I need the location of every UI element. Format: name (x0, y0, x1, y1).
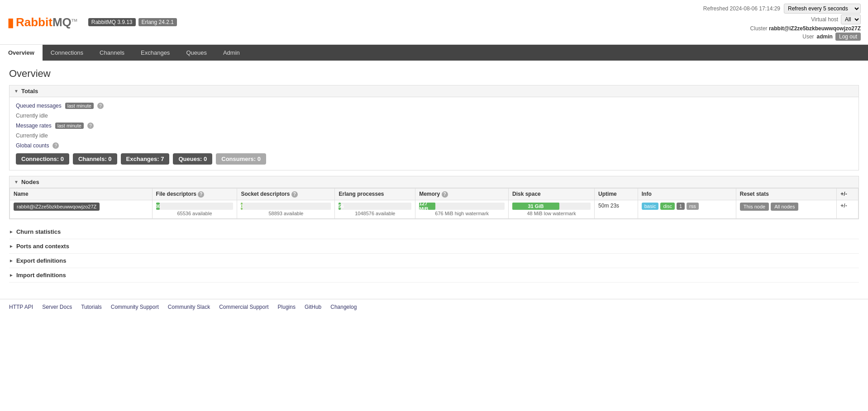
user-name: admin (817, 33, 833, 40)
ports-contexts-header[interactable]: ► Ports and contexts (9, 239, 859, 254)
channels-badge[interactable]: Channels: 0 (73, 153, 117, 165)
global-counts-row: Global counts ? (16, 142, 852, 149)
disk-bar-wrap: 31 GiB (512, 203, 591, 210)
logo-rabbit: Rabbit (16, 15, 52, 29)
uptime-value: 50m 23s (598, 203, 619, 209)
socket-descriptors-cell: 0 58893 available (237, 200, 335, 218)
th-memory: Memory ? (415, 189, 509, 200)
nodes-table-header-row: Name File descriptors ? Socket descripto… (10, 189, 858, 200)
node-name-cell: rabbit@iZ2ze5bzkbeuwwqowjzo27Z (10, 200, 153, 218)
nodes-section-header[interactable]: ▼ Nodes (9, 176, 859, 188)
nav-item-admin[interactable]: Admin (215, 45, 248, 61)
tag-rss[interactable]: rss (687, 203, 699, 210)
info-tags: basic disc 1 rss (642, 203, 732, 210)
exchanges-badge[interactable]: Exchanges: 7 (121, 153, 170, 165)
plus-minus-cell: +/- (837, 200, 858, 218)
logout-button[interactable]: Log out (835, 33, 861, 41)
user-label: User (802, 33, 814, 40)
th-name: Name (10, 189, 153, 200)
logo-mq: MQ (52, 15, 72, 29)
churn-arrow: ► (9, 229, 14, 234)
nodes-title: Nodes (21, 179, 39, 185)
consumers-badge[interactable]: Consumers: 0 (216, 153, 266, 165)
th-plus-minus: +/- (837, 189, 858, 200)
uptime-cell: 50m 23s (595, 200, 638, 218)
memory-bar: 127 MiB (419, 203, 435, 210)
totals-section-header[interactable]: ▼ Totals (9, 85, 859, 97)
footer-link-changelog[interactable]: Changelog (330, 304, 357, 310)
global-counts-help[interactable]: ? (52, 142, 59, 149)
refreshed-label: Refreshed 2024-08-06 17:14:29 (703, 5, 780, 12)
message-rates-row: Message rates last minute ? (16, 123, 852, 129)
message-rates-help[interactable]: ? (87, 123, 94, 129)
main-nav: Overview Connections Channels Exchanges … (0, 45, 868, 61)
tag-basic[interactable]: basic (642, 203, 659, 210)
erlang-proc-avail: 1048576 available (339, 211, 411, 216)
vhost-label: Virtual host (811, 16, 838, 23)
file-desc-avail: 65536 available (156, 211, 234, 216)
th-uptime: Uptime (595, 189, 638, 200)
footer-link-community-slack[interactable]: Community Slack (168, 304, 210, 310)
info-cell: basic disc 1 rss (638, 200, 736, 218)
import-title: Import definitions (16, 272, 66, 279)
footer-link-plugins[interactable]: Plugins (278, 304, 296, 310)
churn-statistics-header[interactable]: ► Churn statistics (9, 225, 859, 239)
main-content: Overview ▼ Totals Queued messages last m… (0, 61, 868, 290)
queued-messages-help[interactable]: ? (97, 103, 104, 109)
socket-desc-help[interactable]: ? (291, 191, 298, 198)
ports-arrow: ► (9, 244, 14, 249)
memory-cell: 127 MiB 676 MiB high watermark (415, 200, 509, 218)
header-right: Refreshed 2024-08-06 17:14:29 Refresh ev… (703, 4, 861, 41)
memory-bar-wrap: 127 MiB (419, 203, 505, 210)
nav-item-overview[interactable]: Overview (0, 45, 43, 61)
footer-link-community-support[interactable]: Community Support (111, 304, 159, 310)
footer-link-tutorials[interactable]: Tutorials (81, 304, 102, 310)
plus-minus-toggle[interactable]: +/- (840, 203, 847, 209)
socket-desc-bar-wrap: 0 (241, 203, 331, 210)
connections-badge[interactable]: Connections: 0 (16, 153, 69, 165)
footer-link-server-docs[interactable]: Server Docs (42, 304, 72, 310)
all-nodes-button[interactable]: All nodes (771, 203, 798, 211)
disk-watermark: 48 MiB low watermark (512, 211, 591, 216)
nav-item-exchanges[interactable]: Exchanges (133, 45, 178, 61)
totals-section: ▼ Totals Queued messages last minute ? C… (9, 85, 859, 170)
tag-1[interactable]: 1 (677, 203, 685, 210)
refresh-select[interactable]: Refresh every 5 seconds Refresh every 10… (784, 4, 861, 14)
churn-title: Churn statistics (16, 228, 61, 235)
this-node-button[interactable]: This node (740, 203, 769, 211)
nav-item-channels[interactable]: Channels (91, 45, 133, 61)
file-desc-bar: 36 (156, 203, 160, 210)
cluster-name: rabbit@iZ2ze5bzkbeuwwqowjzo27Z (769, 25, 861, 32)
file-desc-help[interactable]: ? (198, 191, 204, 198)
currently-idle-1: Currently idle (16, 113, 852, 119)
reset-stats-buttons: This node All nodes (740, 203, 833, 211)
message-rates-label: Message rates (16, 123, 52, 129)
disk-bar: 31 GiB (512, 203, 559, 210)
nav-item-queues[interactable]: Queues (178, 45, 215, 61)
export-definitions-header[interactable]: ► Export definitions (9, 254, 859, 268)
stats-row: Connections: 0 Channels: 0 Exchanges: 7 … (16, 153, 852, 165)
erlang-version-badge: Erlang 24.2.1 (138, 18, 177, 26)
tag-disc[interactable]: disc (660, 203, 675, 210)
memory-help[interactable]: ? (442, 191, 448, 198)
import-definitions-header[interactable]: ► Import definitions (9, 268, 859, 283)
footer-link-github[interactable]: GitHub (305, 304, 321, 310)
vhost-select[interactable]: All (841, 14, 861, 24)
erlang-proc-bar-wrap: 356 (339, 203, 411, 210)
totals-title: Totals (21, 88, 38, 94)
footer-link-commercial-support[interactable]: Commercial Support (219, 304, 268, 310)
queues-badge[interactable]: Queues: 0 (173, 153, 212, 165)
export-title: Export definitions (16, 257, 67, 264)
nav-item-connections[interactable]: Connections (43, 45, 91, 61)
app-header: ▮ RabbitMQTM RabbitMQ 3.9.13 Erlang 24.2… (0, 0, 868, 45)
vhost-row: Virtual host All (703, 14, 861, 24)
disk-space-cell: 31 GiB 48 MiB low watermark (509, 200, 595, 218)
th-erlang-processes: Erlang processes (335, 189, 415, 200)
footer-link-http-api[interactable]: HTTP API (9, 304, 33, 310)
import-arrow: ► (9, 273, 14, 278)
nodes-section: ▼ Nodes Name File descriptors ? Socket d… (9, 176, 859, 219)
nodes-body: Name File descriptors ? Socket descripto… (9, 188, 859, 219)
cluster-label: Cluster (750, 25, 768, 32)
nodes-table: Name File descriptors ? Socket descripto… (10, 188, 858, 219)
queued-messages-row: Queued messages last minute ? (16, 103, 852, 109)
